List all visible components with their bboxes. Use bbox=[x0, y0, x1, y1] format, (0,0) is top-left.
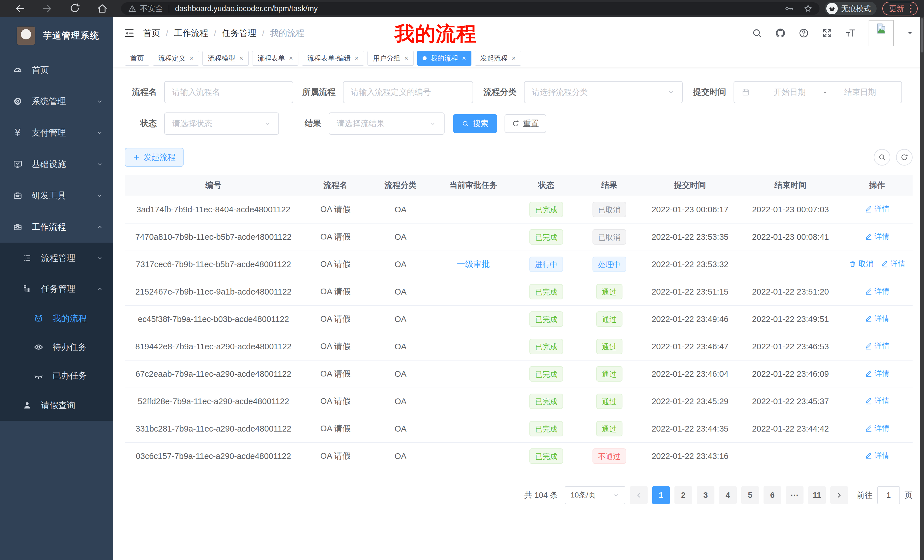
sidebar-item-workflow[interactable]: 工作流程 bbox=[0, 211, 113, 243]
page-button-1[interactable]: 1 bbox=[652, 486, 670, 505]
tab-close-icon[interactable]: × bbox=[190, 55, 194, 61]
tab-home[interactable]: 首页 bbox=[125, 51, 149, 66]
toggle-search-button[interactable] bbox=[874, 149, 890, 166]
address-bar[interactable]: 不安全 dashboard.yudao.iocoder.cn/bpm/task/… bbox=[121, 2, 819, 15]
page-ellipsis-button[interactable]: ··· bbox=[786, 486, 804, 505]
end-date-placeholder[interactable]: 结束日期 bbox=[826, 87, 894, 97]
result-select[interactable]: 请选择流结果 bbox=[328, 112, 445, 135]
browser-back-icon[interactable] bbox=[14, 3, 26, 14]
tab-close-icon[interactable]: × bbox=[239, 55, 243, 61]
tab-process-form-edit[interactable]: 流程表单-编辑 × bbox=[302, 51, 364, 66]
tab-process-form[interactable]: 流程表单 × bbox=[252, 51, 298, 66]
breadcrumb-separator: / bbox=[262, 28, 264, 38]
page-button-5[interactable]: 5 bbox=[741, 486, 759, 505]
sidebar-fold-icon[interactable] bbox=[124, 27, 135, 39]
detail-link[interactable]: 详情 bbox=[865, 204, 890, 214]
search-icon[interactable] bbox=[752, 28, 762, 39]
sidebar-item-label: 研发工具 bbox=[32, 190, 66, 202]
sidebar-item-payment[interactable]: ¥ 支付管理 bbox=[0, 117, 113, 148]
avatar-caret-down-icon[interactable] bbox=[906, 29, 914, 37]
detail-link[interactable]: 详情 bbox=[865, 286, 890, 296]
sidebar-item-leave-query[interactable]: 请假查询 bbox=[0, 390, 113, 421]
browser-reload-icon[interactable] bbox=[69, 3, 81, 14]
next-page-button[interactable] bbox=[830, 486, 848, 505]
detail-link[interactable]: 详情 bbox=[865, 451, 890, 461]
submit-time: 2022-01-22 23:53:32 bbox=[641, 251, 739, 278]
sidebar-item-done-task[interactable]: 已办任务 bbox=[0, 361, 113, 390]
detail-link[interactable]: 详情 bbox=[865, 396, 890, 406]
tab-my-process[interactable]: 我的流程 × bbox=[417, 51, 471, 66]
result-badge: 通过 bbox=[596, 394, 622, 409]
page-button-3[interactable]: 3 bbox=[697, 486, 714, 505]
tab-close-icon[interactable]: × bbox=[462, 55, 466, 61]
detail-link[interactable]: 详情 bbox=[865, 314, 890, 324]
process-name-input[interactable] bbox=[172, 88, 285, 97]
refresh-table-button[interactable] bbox=[896, 149, 913, 166]
password-key-icon[interactable] bbox=[784, 4, 794, 13]
tab-close-icon[interactable]: × bbox=[512, 55, 516, 61]
sidebar-item-infra[interactable]: 基础设施 bbox=[0, 148, 113, 180]
process-id: 03c6c157-7b9a-11ec-a290-acde48001122 bbox=[125, 442, 302, 470]
sidebar-item-home[interactable]: 首页 bbox=[0, 54, 113, 85]
page-button-2[interactable]: 2 bbox=[675, 486, 692, 505]
browser-update-button[interactable]: 更新 bbox=[882, 2, 918, 15]
bookmark-star-icon[interactable] bbox=[804, 4, 813, 13]
start-process-button[interactable]: 发起流程 bbox=[125, 148, 184, 167]
process-definition-input[interactable] bbox=[351, 88, 465, 97]
pagination: 共 104 条 10条/页 1 2 3 4 5 6 ··· 11 前往 页 bbox=[125, 486, 913, 505]
tab-close-icon[interactable]: × bbox=[404, 55, 408, 61]
breadcrumb-home[interactable]: 首页 bbox=[143, 27, 160, 39]
process-category-select[interactable]: 请选择流程分类 bbox=[524, 81, 683, 103]
detail-link[interactable]: 详情 bbox=[865, 232, 890, 241]
edit-pen-icon bbox=[865, 397, 872, 405]
sidebar-item-process-mgmt[interactable]: 流程管理 bbox=[0, 243, 113, 273]
sidebar-item-system[interactable]: 系统管理 bbox=[0, 85, 113, 117]
tab-close-icon[interactable]: × bbox=[355, 55, 358, 61]
col-end-time: 结束时间 bbox=[739, 175, 842, 196]
tab-process-definition[interactable]: 流程定义 × bbox=[153, 51, 199, 66]
process-definition-field[interactable] bbox=[343, 81, 473, 103]
help-icon[interactable] bbox=[798, 28, 809, 39]
sidebar-item-my-process[interactable]: 我的流程 bbox=[0, 304, 113, 333]
tab-close-icon[interactable]: × bbox=[289, 55, 293, 61]
cancel-link[interactable]: 取消 bbox=[849, 259, 873, 269]
fullscreen-icon[interactable] bbox=[822, 28, 832, 39]
page-button-4[interactable]: 4 bbox=[719, 486, 736, 505]
prev-page-button[interactable] bbox=[630, 486, 648, 505]
page-size-select[interactable]: 10条/页 bbox=[565, 486, 626, 505]
status-select[interactable]: 请选择状态 bbox=[164, 112, 279, 135]
start-date-placeholder[interactable]: 开始日期 bbox=[756, 87, 824, 97]
avatar[interactable] bbox=[868, 20, 894, 46]
scrollbar-thumb[interactable] bbox=[921, 18, 923, 52]
tab-user-group[interactable]: 用户分组 × bbox=[368, 51, 414, 66]
font-size-icon[interactable] bbox=[845, 28, 856, 39]
sidebar-item-task-mgmt[interactable]: 任务管理 bbox=[0, 273, 113, 304]
detail-link[interactable]: 详情 bbox=[881, 259, 906, 269]
reset-button[interactable]: 重置 bbox=[504, 114, 546, 133]
detail-link[interactable]: 详情 bbox=[865, 423, 890, 433]
browser-menu-icon[interactable] bbox=[909, 3, 913, 14]
page-button-11[interactable]: 11 bbox=[808, 486, 826, 505]
logo-row[interactable]: 芋道管理系统 bbox=[0, 17, 113, 54]
submit-time-range-picker[interactable]: 开始日期 - 结束日期 bbox=[734, 81, 902, 103]
tab-start-process[interactable]: 发起流程 × bbox=[475, 51, 521, 66]
breadcrumb-current: 我的流程 bbox=[270, 27, 304, 39]
current-task-link[interactable]: 一级审批 bbox=[457, 259, 490, 269]
breadcrumb-workflow[interactable]: 工作流程 bbox=[174, 27, 208, 39]
app-title: 芋道管理系统 bbox=[43, 30, 99, 42]
sidebar-item-todo-task[interactable]: 待办任务 bbox=[0, 333, 113, 361]
sidebar-item-devtools[interactable]: 研发工具 bbox=[0, 180, 113, 211]
browser-forward-icon[interactable] bbox=[42, 3, 53, 14]
browser-home-icon[interactable] bbox=[96, 3, 108, 14]
process-name-field[interactable] bbox=[164, 81, 293, 103]
detail-link[interactable]: 详情 bbox=[865, 341, 890, 351]
search-button[interactable]: 搜索 bbox=[453, 114, 497, 133]
detail-link[interactable]: 详情 bbox=[865, 368, 890, 379]
window-scrollbar[interactable] bbox=[920, 17, 924, 560]
tab-process-model[interactable]: 流程模型 × bbox=[202, 51, 249, 66]
goto-page-input[interactable] bbox=[877, 486, 900, 505]
sidebar-item-label: 支付管理 bbox=[32, 127, 66, 139]
page-button-6[interactable]: 6 bbox=[764, 486, 781, 505]
breadcrumb-task-mgmt[interactable]: 任务管理 bbox=[222, 27, 256, 39]
github-icon[interactable] bbox=[775, 28, 786, 39]
